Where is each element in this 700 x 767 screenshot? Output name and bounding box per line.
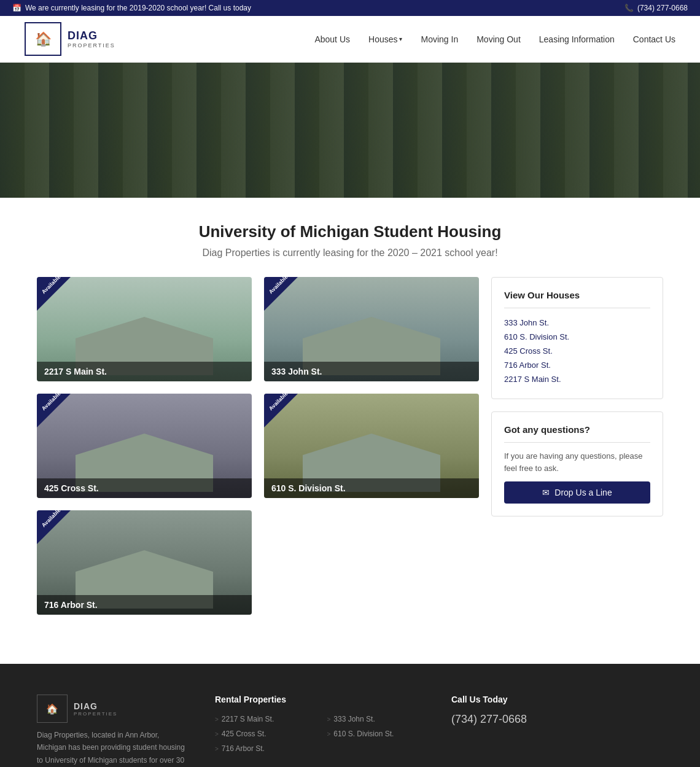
- footer-link-716[interactable]: 716 Arbor St.: [215, 742, 315, 755]
- nav-houses[interactable]: Houses ▾: [368, 34, 402, 44]
- divider: [504, 308, 650, 308]
- footer-logo-area: 🏠 DIAG PROPERTIES: [37, 695, 190, 723]
- footer-call-title: Call Us Today: [451, 695, 663, 704]
- footer-link-333[interactable]: 333 John St.: [327, 713, 427, 725]
- sidebar-questions-text: If you are having any questions, please …: [504, 450, 650, 474]
- available-badge-wrapper-610: Available: [264, 394, 298, 427]
- main-nav: About Us Houses ▾ Moving In Moving Out L…: [314, 34, 675, 44]
- footer-link-610[interactable]: 610 S. Division St.: [327, 728, 427, 740]
- nav-about[interactable]: About Us: [314, 34, 350, 44]
- sidebar-questions-title: Got any questions?: [504, 424, 650, 435]
- sidebar-link-425[interactable]: 425 Cross St.: [504, 346, 553, 356]
- property-card-716[interactable]: Available 716 Arbor St.: [37, 510, 252, 615]
- footer: 🏠 DIAG PROPERTIES Diag Properties, locat…: [0, 664, 700, 767]
- sidebar-view-houses: View Our Houses 333 John St. 610 S. Divi…: [491, 277, 663, 399]
- footer-grid: 🏠 DIAG PROPERTIES Diag Properties, locat…: [37, 695, 663, 767]
- sidebar-questions: Got any questions? If you are having any…: [491, 411, 663, 516]
- drop-line-button[interactable]: ✉ Drop Us a Line: [504, 481, 650, 504]
- nav-contact[interactable]: Contact Us: [633, 34, 675, 44]
- sidebar-link-716[interactable]: 716 Arbor St.: [504, 360, 551, 370]
- list-item[interactable]: 610 S. Division St.: [504, 330, 650, 344]
- page-subtitle: Diag Properties is currently leasing for…: [37, 247, 663, 259]
- logo-text-area: DIAG PROPERTIES: [68, 29, 115, 49]
- available-badge-wrapper-425: Available: [37, 394, 71, 427]
- hero-banner: [0, 63, 700, 198]
- footer-about-text: Diag Properties, located in Ann Arbor, M…: [37, 729, 190, 767]
- footer-brand-sub: PROPERTIES: [74, 711, 117, 717]
- nav-moving-in[interactable]: Moving In: [421, 34, 458, 44]
- logo-area[interactable]: 🏠 DIAG PROPERTIES: [25, 22, 115, 56]
- property-card-333[interactable]: Available 333 John St.: [264, 277, 479, 381]
- footer-rental-col: Rental Properties 2217 S Main St. 333 Jo…: [215, 695, 427, 767]
- footer-link-425[interactable]: 425 Cross St.: [215, 728, 315, 740]
- footer-call-col: Call Us Today (734) 277-0668: [451, 695, 663, 767]
- footer-house-icon: 🏠: [46, 703, 58, 715]
- page-title: University of Michigan Student Housing: [37, 222, 663, 241]
- top-bar-right: 📞 (734) 277-0668: [624, 4, 688, 12]
- logo-box: 🏠: [25, 22, 61, 56]
- drop-line-label: Drop Us a Line: [554, 488, 612, 497]
- property-card-425[interactable]: Available 425 Cross St.: [37, 394, 252, 498]
- logo-brand-name: DIAG: [68, 29, 115, 42]
- divider: [504, 442, 650, 443]
- property-card-610[interactable]: Available 610 S. Division St.: [264, 394, 479, 498]
- top-bar-phone: (734) 277-0668: [637, 4, 688, 12]
- top-bar-message: We are currently leasing for the 2019-20…: [25, 4, 251, 12]
- property-card-2217[interactable]: Available 2217 S Main St.: [37, 277, 252, 381]
- footer-about-col: 🏠 DIAG PROPERTIES Diag Properties, locat…: [37, 695, 190, 767]
- footer-brand-name: DIAG: [74, 701, 117, 711]
- phone-icon-top: 📞: [624, 4, 634, 12]
- footer-phone: (734) 277-0668: [451, 713, 663, 726]
- sidebar-link-610[interactable]: 610 S. Division St.: [504, 332, 569, 341]
- sidebar-houses-title: View Our Houses: [504, 290, 650, 300]
- sidebar-link-333[interactable]: 333 John St.: [504, 318, 549, 327]
- nav-moving-out[interactable]: Moving Out: [476, 34, 521, 44]
- top-bar: 📅 We are currently leasing for the 2019-…: [0, 0, 700, 16]
- header: 🏠 DIAG PROPERTIES About Us Houses ▾ Movi…: [0, 16, 700, 63]
- sidebar-house-list: 333 John St. 610 S. Division St. 425 Cro…: [504, 316, 650, 386]
- footer-logo-box: 🏠: [37, 695, 68, 723]
- chevron-down-icon: ▾: [399, 36, 402, 42]
- envelope-icon: ✉: [542, 488, 550, 497]
- hero-image: [0, 63, 700, 198]
- col-right: Available 333 John St. Available 610 S. …: [264, 277, 479, 498]
- nav-leasing[interactable]: Leasing Information: [539, 34, 615, 44]
- main-content: University of Michigan Student Housing D…: [0, 198, 700, 664]
- property-name-610: 610 S. Division St.: [264, 478, 479, 498]
- property-name-425: 425 Cross St.: [37, 478, 252, 498]
- footer-rental-links: 2217 S Main St. 333 John St. 425 Cross S…: [215, 713, 427, 755]
- logo-brand-sub: PROPERTIES: [68, 42, 115, 49]
- footer-rental-title: Rental Properties: [215, 695, 427, 704]
- footer-link-2217[interactable]: 2217 S Main St.: [215, 713, 315, 725]
- col-left: Available 2217 S Main St. Available 425 …: [37, 277, 252, 615]
- available-badge-wrapper-333: Available: [264, 277, 298, 311]
- property-name-2217: 2217 S Main St.: [37, 362, 252, 381]
- sidebar-link-2217[interactable]: 2217 S Main St.: [504, 375, 561, 384]
- property-name-716: 716 Arbor St.: [37, 595, 252, 615]
- logo-house-icon: 🏠: [35, 31, 52, 47]
- sidebar: View Our Houses 333 John St. 610 S. Divi…: [491, 277, 663, 529]
- top-bar-left: 📅 We are currently leasing for the 2019-…: [12, 4, 251, 12]
- available-badge-wrapper-716: Available: [37, 510, 71, 544]
- list-item[interactable]: 333 John St.: [504, 316, 650, 330]
- available-badge-wrapper: Available: [37, 277, 71, 311]
- property-name-333: 333 John St.: [264, 362, 479, 381]
- footer-logo-text-area: DIAG PROPERTIES: [74, 701, 117, 717]
- calendar-icon: 📅: [12, 4, 21, 12]
- properties-grid: Available 2217 S Main St. Available 425 …: [37, 277, 663, 639]
- list-item[interactable]: 716 Arbor St.: [504, 358, 650, 372]
- list-item[interactable]: 2217 S Main St.: [504, 372, 650, 386]
- list-item[interactable]: 425 Cross St.: [504, 344, 650, 358]
